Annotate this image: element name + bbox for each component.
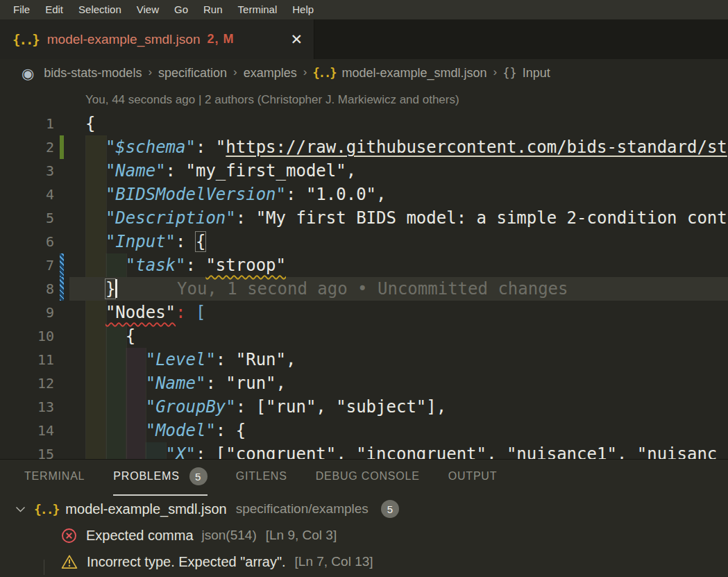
vscode-window: { "menu": {"items": ["File","Edit","Sele… bbox=[0, 0, 728, 577]
code-line-15[interactable]: 15 "X": ["congruent", "incongruent", "nu… bbox=[0, 442, 728, 459]
problem-row-warning[interactable]: Incorrect type. Expected "array".[Ln 7, … bbox=[0, 549, 728, 575]
problem-location: [Ln 9, Col 3] bbox=[266, 528, 337, 543]
menu-item-view[interactable]: View bbox=[129, 0, 167, 19]
gitlens-authors-codelens[interactable]: You, 44 seconds ago | 2 authors (Christo… bbox=[0, 87, 728, 112]
panel-tab-gitlens[interactable]: GITLENS bbox=[236, 460, 287, 496]
error-icon bbox=[61, 528, 77, 544]
code-text: "GroupBy": ["run", "subject"], bbox=[85, 395, 446, 419]
breadcrumb-separator: › bbox=[233, 65, 237, 79]
code-line-12[interactable]: 12 "Name": "run", bbox=[0, 371, 728, 395]
line-number[interactable]: 6 bbox=[0, 230, 54, 253]
problems-file-path: specification/examples bbox=[236, 501, 369, 517]
menu-bar: FileEditSelectionViewGoRunTerminalHelp bbox=[0, 0, 728, 19]
code-line-2[interactable]: 2 "$schema": "https://raw.githubusercont… bbox=[0, 135, 728, 159]
text-cursor bbox=[115, 279, 117, 298]
line-number[interactable]: 9 bbox=[0, 301, 54, 324]
problem-row-error[interactable]: Expected commajson(514)[Ln 9, Col 3] bbox=[0, 522, 728, 549]
line-number[interactable]: 15 bbox=[0, 442, 54, 459]
code-line-11[interactable]: 11 "Level": "Run", bbox=[0, 348, 728, 371]
code-line-13[interactable]: 13 "GroupBy": ["run", "subject"], bbox=[0, 395, 728, 419]
code-line-4[interactable]: 4 "BIDSModelVersion": "1.0.0", bbox=[0, 183, 728, 206]
line-number[interactable]: 7 bbox=[0, 253, 54, 277]
panel-tab-terminal[interactable]: TERMINAL bbox=[24, 460, 85, 496]
code-text: "X": ["congruent", "incongruent", "nuisa… bbox=[85, 442, 717, 459]
json-file-icon: {..} bbox=[313, 66, 336, 80]
problems-count-badge: 5 bbox=[189, 467, 208, 485]
line-number[interactable]: 2 bbox=[0, 135, 54, 159]
line-number[interactable]: 8 bbox=[0, 277, 54, 301]
code-text: "BIDSModelVersion": "1.0.0", bbox=[85, 183, 387, 206]
tree-indent-guide bbox=[44, 560, 44, 575]
line-number[interactable]: 1 bbox=[0, 112, 54, 135]
git-gutter-modified-marker[interactable] bbox=[60, 253, 64, 277]
breadcrumb-item-bids-stats-models[interactable]: bids-stats-models bbox=[44, 66, 142, 81]
chevron-down-icon[interactable] bbox=[15, 505, 26, 513]
panel-tab-output[interactable]: OUTPUT bbox=[448, 460, 498, 496]
tab-close-icon[interactable]: ✕ bbox=[287, 31, 305, 48]
code-line-5[interactable]: 5 "Description": "My first BIDS model: a… bbox=[0, 206, 728, 230]
code-editor[interactable]: 1{2 "$schema": "https://raw.githubuserco… bbox=[0, 112, 728, 459]
line-number[interactable]: 4 bbox=[0, 183, 54, 206]
code-text: "Level": "Run", bbox=[85, 348, 296, 371]
json-file-icon: {..} bbox=[12, 32, 39, 47]
menu-item-help[interactable]: Help bbox=[285, 0, 321, 19]
line-number[interactable]: 14 bbox=[0, 419, 54, 442]
breadcrumb-item-input[interactable]: Input bbox=[523, 66, 550, 81]
line-number[interactable]: 10 bbox=[0, 324, 54, 348]
breadcrumb: ◉ bids-stats-models›specification›exampl… bbox=[0, 59, 728, 87]
code-text: { bbox=[85, 324, 135, 348]
code-line-10[interactable]: 10 { bbox=[0, 324, 728, 348]
panel-tab-bar: TERMINALPROBLEMS5GITLENSDEBUG CONSOLEOUT… bbox=[0, 460, 728, 496]
line-number[interactable]: 13 bbox=[0, 395, 54, 419]
breadcrumb-item-model-example-smdl-json[interactable]: model-example_smdl.json bbox=[341, 66, 486, 81]
line-number[interactable]: 11 bbox=[0, 348, 54, 371]
warning-icon bbox=[61, 554, 78, 569]
problems-file-name: model-example_smdl.json bbox=[65, 501, 226, 517]
editor-tab-model-example[interactable]: {..} model-example_smdl.json 2, M ✕ bbox=[0, 19, 314, 59]
code-text: "$schema": "https://raw.githubuserconten… bbox=[85, 135, 727, 159]
object-symbol-icon: {} bbox=[502, 66, 516, 80]
problems-file-row[interactable]: {..} model-example_smdl.json specificati… bbox=[0, 496, 728, 522]
git-gutter-added-marker[interactable] bbox=[60, 135, 64, 159]
code-line-7[interactable]: 7 "task": "stroop" bbox=[0, 253, 728, 277]
line-number[interactable]: 5 bbox=[0, 206, 54, 230]
menu-item-selection[interactable]: Selection bbox=[71, 0, 129, 19]
problem-message: Expected comma bbox=[86, 528, 194, 544]
problem-source: json(514) bbox=[202, 528, 257, 543]
code-line-8[interactable]: 8 }You, 1 second ago • Uncommitted chang… bbox=[0, 277, 728, 301]
gitlens-inline-blame: You, 1 second ago • Uncommitted changes bbox=[177, 277, 568, 301]
problems-list: {..} model-example_smdl.json specificati… bbox=[0, 496, 728, 575]
code-line-1[interactable]: 1{ bbox=[0, 112, 728, 135]
code-text: "Name": "my_first_model", bbox=[85, 159, 356, 183]
code-text: "task": "stroop" bbox=[85, 253, 286, 277]
menu-item-file[interactable]: File bbox=[6, 0, 37, 19]
problems-count-badge: 5 bbox=[381, 500, 399, 518]
panel-tab-debug-console[interactable]: DEBUG CONSOLE bbox=[316, 460, 420, 496]
breadcrumb-separator: › bbox=[148, 65, 152, 79]
breadcrumb-separator: › bbox=[303, 65, 307, 79]
problem-location: [Ln 7, Col 13] bbox=[295, 554, 373, 569]
code-line-14[interactable]: 14 "Model": { bbox=[0, 419, 728, 442]
code-line-3[interactable]: 3 "Name": "my_first_model", bbox=[0, 159, 728, 183]
tab-filename: model-example_smdl.json bbox=[47, 32, 201, 47]
code-line-6[interactable]: 6 "Input": { bbox=[0, 230, 728, 253]
code-text: "Nodes": [ bbox=[85, 301, 205, 324]
menu-item-terminal[interactable]: Terminal bbox=[230, 0, 285, 19]
menu-item-go[interactable]: Go bbox=[167, 0, 196, 19]
code-text: } bbox=[85, 277, 117, 301]
breadcrumb-item-examples[interactable]: examples bbox=[244, 66, 297, 81]
breadcrumb-separator: › bbox=[493, 65, 498, 79]
json-file-icon: {..} bbox=[34, 502, 58, 517]
tab-problems-modified-badge: 2, M bbox=[207, 32, 234, 47]
breadcrumb-item-specification[interactable]: specification bbox=[158, 66, 227, 81]
code-line-9[interactable]: 9 "Nodes": [ bbox=[0, 301, 728, 324]
line-number[interactable]: 3 bbox=[0, 159, 54, 183]
code-text: "Input": { bbox=[85, 230, 205, 253]
line-number[interactable]: 12 bbox=[0, 371, 54, 395]
panel-tab-problems[interactable]: PROBLEMS5 bbox=[113, 460, 207, 496]
git-gutter-modified-marker[interactable] bbox=[60, 277, 64, 301]
menu-item-run[interactable]: Run bbox=[196, 0, 230, 19]
code-text: "Model": { bbox=[85, 419, 246, 442]
code-text: "Description": "My first BIDS model: a s… bbox=[85, 206, 727, 230]
menu-item-edit[interactable]: Edit bbox=[37, 0, 71, 19]
